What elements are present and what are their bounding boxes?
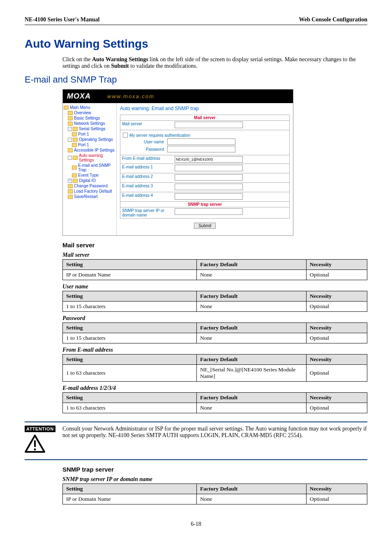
folder-icon <box>68 122 73 126</box>
table-row: IP or Domain NameNoneOptional <box>63 270 367 280</box>
caption-username: User name <box>62 283 367 290</box>
table-username: SettingFactory DefaultNecessity 1 to 15 … <box>62 291 367 312</box>
table-emailaddr: SettingFactory DefaultNecessity 1 to 63 … <box>62 392 367 413</box>
input-e2[interactable] <box>175 174 243 181</box>
submit-button[interactable]: Submit <box>194 223 216 229</box>
table-fromemail: SettingFactory DefaultNecessity 1 to 63 … <box>62 354 367 382</box>
collapse-icon[interactable]: - <box>68 138 72 142</box>
attention-text: Consult your Network Administrator or IS… <box>62 426 367 454</box>
nav-network[interactable]: Network Settings <box>68 121 115 126</box>
table-mailserver: SettingFactory DefaultNecessity IP or Do… <box>62 259 367 280</box>
table-row: 1 to 63 charactersNE_[Serial No.]@[NE410… <box>63 365 367 382</box>
url: www.moxa.com <box>107 93 154 99</box>
caption-mailserver: Mail server <box>62 252 367 258</box>
lbl-auth: My server requires authentication <box>129 133 190 138</box>
folder-icon <box>64 106 69 110</box>
folder-icon <box>73 127 78 131</box>
input-e3[interactable] <box>175 184 243 190</box>
folder-icon <box>68 195 73 199</box>
nav-digital[interactable]: +Digital IO <box>68 178 115 183</box>
folder-icon <box>68 184 73 188</box>
lbl-e4: E-mail address 4 <box>120 192 173 201</box>
heading-1: Auto Warning Settings <box>25 37 367 51</box>
lbl-e2: E-mail address 2 <box>120 173 173 182</box>
panel-title: Auto warning: Email and SNMP trap <box>120 106 290 111</box>
folder-icon <box>72 132 77 136</box>
folder-icon <box>68 116 73 120</box>
lbl-pass: Password <box>123 147 167 152</box>
svg-point-1 <box>34 449 36 451</box>
folder-icon <box>68 111 73 115</box>
input-from[interactable]: NE4100_1@NE4100S <box>175 156 243 163</box>
lbl-e1: E-mail address 1 <box>120 164 173 173</box>
folder-icon <box>68 148 73 152</box>
input-user[interactable] <box>167 138 235 145</box>
topbar: MOXA www.moxa.com <box>63 90 293 103</box>
nav-saverestart[interactable]: Save/Restart <box>68 194 115 199</box>
lbl-user: User name <box>123 140 167 144</box>
section-snmp-hdr: SNMP trap server <box>120 202 290 207</box>
nav-overview[interactable]: Overview <box>68 110 115 115</box>
table-row: 1 to 15 charactersNoneOptional <box>63 302 367 312</box>
intro-paragraph: Click on the Auto Warning Settings link … <box>62 56 367 69</box>
folder-icon <box>72 173 77 177</box>
folder-icon <box>72 143 77 147</box>
table-row: 1 to 63 charactersNoneOptional <box>63 403 367 413</box>
nav-emailtrap[interactable]: E-mail and SNMP Trap <box>72 163 115 173</box>
nav-tree: Main Menu Overview Basic Settings Networ… <box>63 103 117 235</box>
caption-password: Password <box>62 315 367 322</box>
logo: MOXA <box>67 92 91 101</box>
section-mail-hdr: Mail server <box>120 115 290 121</box>
main-panel: Auto warning: Email and SNMP trap Mail s… <box>117 103 293 235</box>
page-header: NE-4100 Series User's Manual Web Console… <box>25 16 367 25</box>
table-row: 1 to 15 charactersNoneOptional <box>63 333 367 343</box>
lbl-from: From E-mail address <box>120 155 173 164</box>
caption-emailaddr: E-mail address 1/2/3/4 <box>62 385 367 391</box>
nav-autowarn[interactable]: -Auto warning Settings <box>68 153 115 163</box>
nav-main[interactable]: Main Menu <box>64 105 115 110</box>
nav-changepw[interactable]: Change Password <box>68 183 115 189</box>
folder-icon <box>72 166 77 170</box>
nav-operating[interactable]: -Operating Settings <box>68 137 115 142</box>
table-snmp: SettingFactory DefaultNecessity IP or Do… <box>62 484 367 504</box>
nav-basic[interactable]: Basic Settings <box>68 115 115 121</box>
lbl-e3: E-mail address 3 <box>120 183 173 192</box>
table-row: IP or Domain NameNoneOptional <box>63 494 367 504</box>
nav-serial[interactable]: -Serial Settings <box>68 126 115 131</box>
h3-mailserver: Mail server <box>62 242 367 249</box>
lbl-snmpip: SNMP trap server IP or domain name <box>120 207 173 218</box>
collapse-icon[interactable]: - <box>68 127 72 131</box>
caption-fromemail: From E-mail address <box>62 347 367 353</box>
expand-icon[interactable]: + <box>68 179 72 183</box>
input-mailserver[interactable] <box>175 122 243 128</box>
checkbox-auth[interactable] <box>123 133 128 138</box>
header-right: Web Console Configuration <box>299 16 367 23</box>
collapse-icon[interactable]: - <box>68 156 72 160</box>
input-snmpip[interactable] <box>175 208 243 215</box>
nav-eventtype[interactable]: Event Type <box>72 173 115 178</box>
folder-icon <box>68 189 73 193</box>
folder-icon <box>73 138 78 142</box>
nav-loadfactory[interactable]: Load Factory Default <box>68 189 115 194</box>
folder-icon <box>73 179 78 183</box>
nav-accessible[interactable]: Accessible IP Settings <box>68 147 115 153</box>
warning-icon <box>25 435 62 454</box>
table-password: SettingFactory DefaultNecessity 1 to 15 … <box>62 322 367 343</box>
caption-snmp: SNMP trap server IP or domain name <box>62 476 367 483</box>
input-e4[interactable] <box>175 193 243 200</box>
page-number: 6-18 <box>25 521 367 527</box>
folder-icon <box>73 156 78 160</box>
nav-port1a[interactable]: Port 1 <box>72 131 115 137</box>
lbl-mailserver: Mail server <box>120 121 173 130</box>
input-pass[interactable] <box>167 146 235 152</box>
nav-port1b[interactable]: Port 1 <box>72 142 115 147</box>
heading-2: E-mail and SNMP Trap <box>25 74 367 85</box>
header-left: NE-4100 Series User's Manual <box>25 16 99 23</box>
h3-snmp: SNMP trap server <box>62 466 367 473</box>
attention-block: ATTENTION Consult your Network Administr… <box>25 421 367 460</box>
attention-label: ATTENTION <box>25 426 55 432</box>
console-screenshot: MOXA www.moxa.com Main Menu Overview Bas… <box>62 89 293 236</box>
input-e1[interactable] <box>175 165 243 171</box>
